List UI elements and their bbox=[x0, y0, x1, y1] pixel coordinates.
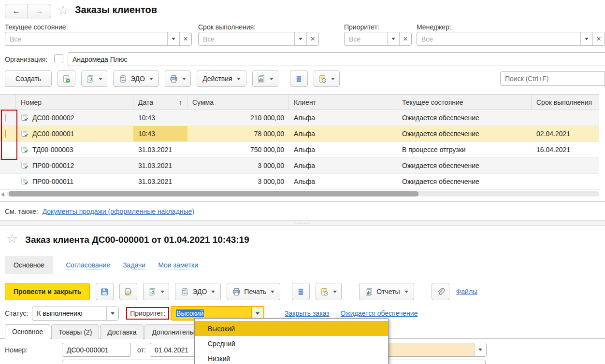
back-button[interactable]: ← bbox=[5, 4, 28, 18]
post-document-button[interactable] bbox=[119, 283, 137, 300]
save-button[interactable] bbox=[96, 283, 114, 300]
chevron-down-icon bbox=[391, 38, 395, 40]
annotation-red-box-priority: Приоритет: bbox=[126, 307, 169, 320]
copy-button[interactable] bbox=[143, 283, 169, 300]
bulb-column-header[interactable] bbox=[0, 95, 16, 110]
date-value: 01.04.2021 bbox=[155, 346, 188, 354]
dropdown-option-nizkiy[interactable]: Низкий bbox=[195, 351, 388, 364]
edo-label: ЭДО bbox=[192, 288, 207, 295]
formtab-osnovnoe[interactable]: Основное bbox=[5, 324, 50, 339]
edo-button[interactable]: ЭДО bbox=[175, 283, 221, 300]
formtab-dostavka[interactable]: Доставка bbox=[100, 324, 144, 339]
tab-moi-zametki[interactable]: Мои заметки bbox=[158, 261, 198, 269]
chevron-down-icon bbox=[256, 312, 259, 315]
organization-field[interactable]: Андромеда Плюс bbox=[68, 52, 605, 66]
list-settings-button[interactable] bbox=[292, 283, 310, 300]
formtab-tovary[interactable]: Товары (2) bbox=[51, 324, 99, 339]
filter-priority-dropdown-button[interactable] bbox=[387, 32, 399, 45]
actions-button[interactable]: Действия bbox=[197, 70, 246, 87]
print-button[interactable] bbox=[165, 70, 191, 87]
create-button[interactable]: Создать bbox=[5, 70, 52, 87]
filter-due-clear-button[interactable]: ✕ bbox=[306, 32, 318, 45]
chevron-down-icon bbox=[299, 38, 302, 40]
column-state[interactable]: Текущее состояние bbox=[397, 95, 532, 110]
close-order-link[interactable]: Закрыть заказ bbox=[285, 309, 330, 317]
filter-manager-clear-button[interactable]: ✕ bbox=[592, 32, 605, 45]
forward-button[interactable]: → bbox=[28, 4, 51, 18]
document-clock-icon bbox=[318, 75, 327, 83]
attach-button[interactable] bbox=[432, 283, 449, 300]
search-input[interactable] bbox=[500, 71, 605, 86]
filter-priority-combo[interactable]: Все ✕ bbox=[344, 32, 412, 46]
filter-priority-label: Приоритет: bbox=[344, 23, 379, 31]
reports-icon-button[interactable] bbox=[252, 70, 278, 87]
number-field[interactable]: ДС00-000001 bbox=[62, 343, 131, 357]
document-check-icon bbox=[21, 129, 29, 139]
priority-label: Приоритет: bbox=[130, 309, 165, 317]
print-button[interactable]: Печать bbox=[227, 283, 280, 300]
tab-zadachi[interactable]: Задачи bbox=[123, 261, 145, 269]
table-row[interactable]: ПР00-000011 31.03.2021 3 000,00 Альфа Ож… bbox=[0, 174, 599, 190]
post-and-close-button[interactable]: Провести и закрыть bbox=[5, 283, 90, 300]
column-client[interactable]: Клиент bbox=[289, 95, 397, 110]
edo-label: ЭДО bbox=[130, 75, 145, 83]
favorite-star-icon[interactable]: ☆ bbox=[6, 231, 18, 246]
column-sum[interactable]: Сумма bbox=[187, 95, 289, 110]
filter-due-combo[interactable]: Все ✕ bbox=[198, 32, 319, 46]
list-settings-button[interactable] bbox=[290, 70, 308, 87]
table-row[interactable]: ТД00-000003 31.03.2021 750 000,00 Альфа … bbox=[0, 142, 599, 158]
filter-state-label: Текущее состояние: bbox=[5, 23, 68, 31]
document-check-icon bbox=[21, 145, 29, 154]
column-number[interactable]: Номер bbox=[16, 95, 133, 110]
tab-osnovnoe[interactable]: Основное bbox=[5, 256, 53, 274]
filter-state-value: Все bbox=[5, 32, 167, 45]
see-also: См. также: Документы продажи (оформленны… bbox=[5, 208, 194, 215]
active-cell[interactable]: 10:43 bbox=[133, 126, 187, 141]
column-date[interactable]: Дата ↑ bbox=[133, 95, 187, 110]
list-toolbar: Создать ЭДО Действия bbox=[5, 70, 340, 87]
orders-table: Номер Дата ↑ Сумма Клиент Текущее состоя… bbox=[0, 94, 599, 190]
table-row-selected[interactable]: ДС00-000001 10:43 78 000,00 Альфа Ожидае… bbox=[0, 126, 599, 142]
create-new-group-button[interactable] bbox=[58, 70, 75, 87]
filter-state-combo[interactable]: Все ✕ bbox=[5, 32, 192, 46]
see-also-label: См. также: bbox=[5, 208, 38, 215]
filter-due-dropdown-button[interactable] bbox=[294, 32, 306, 45]
periodic-settings-button[interactable] bbox=[316, 283, 342, 300]
client-dropdown-button[interactable] bbox=[474, 343, 486, 356]
scroll-left-icon[interactable] bbox=[1, 192, 4, 197]
order-toolbar: Провести и закрыть ЭДО Печать Отчеты Фай… bbox=[5, 283, 477, 300]
chevron-down-icon bbox=[331, 78, 335, 80]
sort-asc-icon: ↑ bbox=[179, 98, 182, 106]
filter-manager-dropdown-button[interactable] bbox=[580, 32, 592, 45]
see-also-link[interactable]: Документы продажи (оформленные накладные… bbox=[43, 208, 194, 215]
tab-soglasovanie[interactable]: Согласование bbox=[66, 261, 110, 269]
periodic-settings-button[interactable] bbox=[314, 70, 340, 87]
status-dropdown-button[interactable] bbox=[106, 307, 118, 320]
status-combo[interactable]: К выполнению bbox=[32, 307, 119, 321]
reports-button[interactable]: Отчеты bbox=[359, 283, 414, 300]
report-chart-icon bbox=[257, 75, 265, 83]
filter-state-dropdown-button[interactable] bbox=[167, 32, 179, 45]
copy-button[interactable] bbox=[81, 70, 107, 87]
horizontal-scrollbar-thumb[interactable] bbox=[9, 191, 418, 196]
favorite-star-icon[interactable]: ☆ bbox=[58, 3, 69, 18]
table-row[interactable]: ДС00-000002 10:43 210 000,00 Альфа Ожида… bbox=[0, 110, 599, 126]
chevron-down-icon bbox=[160, 291, 164, 293]
filter-priority-clear-button[interactable]: ✕ bbox=[399, 32, 411, 45]
table-row[interactable]: ПР00-000012 31.03.2021 3 000,00 Альфа Ож… bbox=[0, 158, 599, 174]
edo-exchange-icon bbox=[181, 288, 189, 296]
organization-checkbox[interactable] bbox=[54, 54, 63, 63]
edo-button[interactable]: ЭДО bbox=[113, 70, 159, 87]
order-state-link[interactable]: Ожидается обеспечение bbox=[341, 309, 418, 317]
horizontal-scrollbar[interactable] bbox=[7, 191, 599, 196]
dropdown-option-sredniy[interactable]: Средний bbox=[195, 336, 388, 351]
status-label: Статус: bbox=[5, 309, 28, 317]
dropdown-option-vysokiy[interactable]: Высокий bbox=[195, 321, 388, 336]
filter-state-clear-button[interactable]: ✕ bbox=[179, 32, 191, 45]
post-document-icon bbox=[124, 288, 132, 296]
column-due[interactable]: Срок выполнения bbox=[532, 95, 599, 110]
files-link[interactable]: Файлы bbox=[456, 288, 477, 295]
priority-dropdown-list: Высокий Средний Низкий bbox=[194, 318, 389, 364]
pane-splitter[interactable]: ····· bbox=[0, 220, 605, 226]
filter-manager-combo[interactable]: Все ✕ bbox=[417, 32, 605, 46]
